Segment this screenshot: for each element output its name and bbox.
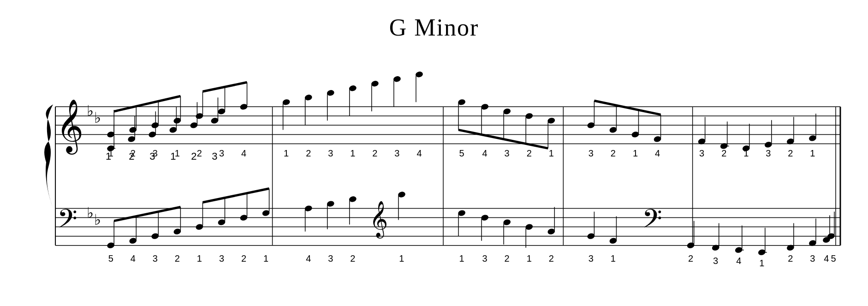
svg-line-199 [594,101,660,114]
svg-text:1: 1 [284,148,289,158]
svg-text:3: 3 [589,148,594,158]
svg-text:2: 2 [788,253,793,264]
svg-text:4: 4 [416,148,422,158]
svg-text:2: 2 [241,253,246,264]
page-title: G Minor [0,14,868,41]
svg-text:4: 4 [655,148,660,158]
svg-text:4: 4 [306,253,311,264]
svg-text:3: 3 [394,148,399,158]
bass-clef-symbol: 𝄢 [57,204,77,240]
svg-text:1: 1 [459,253,464,264]
finger-t5: 2 [191,150,196,162]
svg-text:2: 2 [721,148,726,158]
svg-text:2: 2 [372,148,377,158]
main-container: G Minor [0,0,868,306]
svg-text:3: 3 [328,253,333,264]
svg-text:2: 2 [131,148,136,158]
middle-treble-clef: 𝄞 [369,201,388,239]
svg-text:1: 1 [743,148,749,158]
svg-text:5: 5 [459,148,464,158]
svg-text:4: 4 [241,148,246,158]
svg-text:2: 2 [197,148,202,158]
svg-text:4: 4 [824,253,829,264]
finger-t6: 3 [212,150,217,162]
svg-text:4: 4 [736,256,741,266]
svg-text:3: 3 [810,253,815,264]
svg-text:1: 1 [175,148,180,158]
svg-text:4: 4 [482,148,488,158]
svg-text:1: 1 [197,253,202,264]
svg-text:4: 4 [131,253,136,264]
svg-line-196 [114,96,180,111]
svg-text:2: 2 [527,148,532,158]
svg-text:3: 3 [153,148,158,158]
svg-text:2: 2 [505,253,510,264]
svg-text:2: 2 [788,148,793,158]
svg-text:1: 1 [810,148,815,158]
svg-text:2: 2 [549,253,554,264]
svg-text:3: 3 [219,148,224,158]
svg-text:2: 2 [688,253,693,264]
svg-text:1: 1 [759,258,764,268]
svg-line-201 [202,189,269,203]
svg-text:5: 5 [108,253,113,264]
treble-clef-symbol: 𝄞 [56,100,83,155]
svg-text:2: 2 [175,253,180,264]
svg-text:1: 1 [633,148,638,158]
svg-text:2: 2 [350,253,355,264]
svg-text:3: 3 [153,253,158,264]
score-area: 𝄞 ♭ ♭ 𝄢 ♭ ♭ 1 [18,65,850,297]
svg-text:1: 1 [611,253,616,264]
treble-flat1: ♭ [87,102,94,119]
svg-text:1: 1 [399,253,404,264]
svg-text:3: 3 [482,253,488,264]
second-bass-clef: 𝄢 [642,204,662,240]
svg-text:3: 3 [505,148,510,158]
bass-staff [55,209,840,246]
svg-text:2: 2 [306,148,311,158]
treble-notes: 1 2 3 1 2 3 [107,71,817,158]
bass-flat1: ♭ [87,204,94,221]
svg-text:5: 5 [831,253,836,264]
treble-flat2: ♭ [94,109,101,126]
svg-text:3: 3 [589,253,594,264]
svg-text:1: 1 [549,148,554,158]
svg-text:3: 3 [328,148,333,158]
svg-text:1: 1 [263,253,268,264]
bass-flat2: ♭ [94,211,101,228]
svg-text:1: 1 [527,253,532,264]
svg-text:3: 3 [766,148,771,158]
svg-text:2: 2 [611,148,616,158]
svg-text:1: 1 [108,148,113,158]
svg-text:3: 3 [713,256,718,266]
svg-text:3: 3 [219,253,224,264]
svg-text:3: 3 [699,148,704,158]
svg-text:1: 1 [350,148,355,158]
treble-staff [55,107,840,144]
svg-line-198 [458,130,548,148]
svg-line-200 [114,207,180,221]
